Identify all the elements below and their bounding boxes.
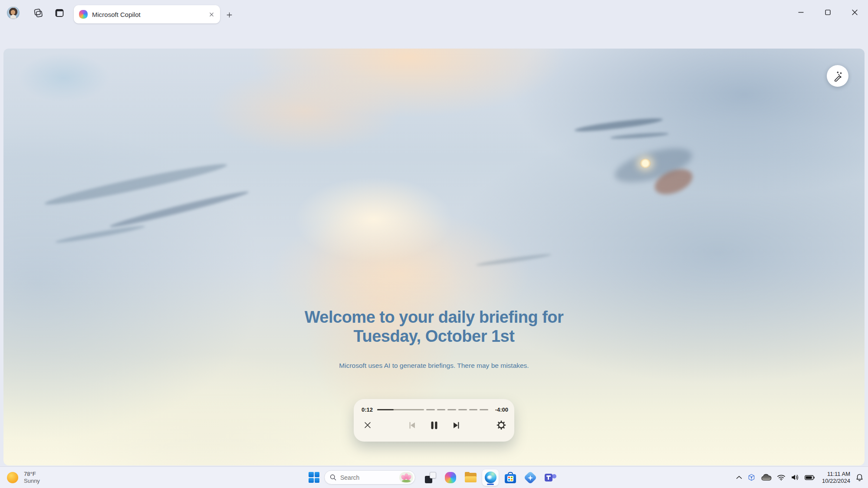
battery-icon [805,475,815,480]
taskbar-m365-copilot[interactable] [522,469,539,486]
cube-icon [747,473,756,481]
weather-temperature: 78°F [24,471,40,478]
m365-copilot-diamond-icon [523,471,537,484]
window-minimize-button[interactable] [792,4,809,20]
taskbar-microsoft-store[interactable] [502,469,519,486]
cloud-icon [761,474,772,481]
search-highlight-lotus-icon[interactable] [399,472,413,483]
active-app-indicator [487,484,494,485]
progress-segment[interactable] [469,409,478,411]
previous-track-button[interactable] [406,419,418,431]
workspaces-button[interactable] [33,7,44,19]
tray-3d-app-button[interactable] [747,473,756,481]
copilot-daily-briefing-page: Welcome to your daily briefing for Tuesd… [3,49,865,465]
window-close-button[interactable] [846,4,863,20]
tab-close-button[interactable] [207,10,216,19]
tab-actions-button[interactable] [54,7,65,19]
water-streak [610,131,669,140]
taskbar-file-explorer[interactable] [462,469,479,486]
chevron-up-icon [736,475,742,479]
tray-volume-button[interactable] [791,474,799,481]
progress-segment[interactable] [458,409,467,411]
tray-wifi-button[interactable] [777,474,786,481]
progress-segment[interactable] [480,409,488,411]
player-progress-row: 0:12 -4:00 [362,406,508,413]
taskbar-clock[interactable]: 11:11 AM 10/22/2024 [820,471,850,484]
minimize-icon [798,10,804,15]
system-tray: 11:11 AM 10/22/2024 [736,467,864,488]
close-icon [852,10,858,15]
workspaces-icon [33,8,43,18]
microsoft-store-icon [505,472,516,483]
remaining-time: -4:00 [493,406,508,413]
maximize-icon [825,10,831,15]
previous-track-icon [407,420,418,431]
folder-icon [465,473,477,482]
browser-tab-microsoft-copilot[interactable]: Microsoft Copilot [74,5,220,23]
elapsed-time: 0:12 [362,406,373,413]
progress-played [377,409,394,411]
browser-toolbar: https://copilot.microsoft.com [0,25,868,49]
plus-icon [226,11,233,19]
taskbar-weather-widget[interactable]: 78°F Sunny [7,467,40,488]
tab-title: Microsoft Copilot [92,11,207,18]
customize-briefing-button[interactable] [827,65,848,87]
ai-disclaimer: Microsoft uses AI to generate briefings.… [3,362,865,370]
windows-taskbar: 78°F Sunny [0,466,868,488]
close-icon [362,420,373,430]
progress-bar[interactable] [377,409,488,411]
new-tab-button[interactable] [223,9,235,21]
search-icon [329,474,337,481]
weather-condition: Sunny [24,478,40,485]
progress-segment[interactable] [447,409,456,411]
water-streak [55,224,146,245]
desktop-screen: Microsoft Copilot [0,0,868,488]
taskbar-center [309,467,562,488]
profile-avatar[interactable] [7,7,20,19]
edge-browser-icon [485,472,496,483]
tray-overflow-button[interactable] [736,475,742,479]
progress-segment-current[interactable] [377,409,424,411]
wifi-icon [777,474,786,481]
pause-button[interactable] [428,419,440,431]
speaker-icon [791,474,799,481]
next-track-button[interactable] [450,419,462,431]
teams-icon [545,472,556,483]
briefing-title-line2: Tuesday, October 1st [3,327,865,346]
clock-date: 10/22/2024 [820,478,850,485]
player-controls-row [354,417,514,436]
playback-controls [406,419,462,431]
tray-battery-button[interactable] [805,475,815,480]
taskbar-edge-active[interactable] [482,469,499,486]
start-button[interactable] [309,472,319,483]
notification-center-button[interactable] [855,473,864,481]
bell-icon [855,473,864,481]
taskbar-teams[interactable] [542,469,559,486]
close-icon [209,12,214,17]
weather-text: 78°F Sunny [24,471,40,485]
taskbar-search-box[interactable] [324,470,415,485]
progress-segment[interactable] [426,409,435,411]
water-streak [574,116,663,134]
next-track-icon [451,420,462,431]
window-maximize-button[interactable] [819,4,836,20]
settings-gear-icon [496,420,506,430]
copilot-icon [445,472,456,483]
player-settings-button[interactable] [495,419,507,431]
sunny-weather-icon [7,472,18,483]
close-player-button[interactable] [362,419,374,431]
progress-segment[interactable] [437,409,446,411]
tray-onedrive-button[interactable] [761,474,772,481]
clock-time: 11:11 AM [820,471,850,478]
search-input[interactable] [340,474,399,481]
pause-icon [428,419,440,431]
windows-logo-icon [309,472,314,477]
browser-tab-strip: Microsoft Copilot [0,0,868,25]
magic-wand-icon [832,70,843,82]
briefing-title-line1: Welcome to your daily briefing for [3,308,865,327]
taskbar-copilot-app[interactable] [442,469,459,486]
taskbar-app-icons [422,469,562,486]
briefing-title: Welcome to your daily briefing for Tuesd… [3,308,865,346]
window-controls [792,4,863,20]
task-view-button[interactable] [422,469,439,486]
